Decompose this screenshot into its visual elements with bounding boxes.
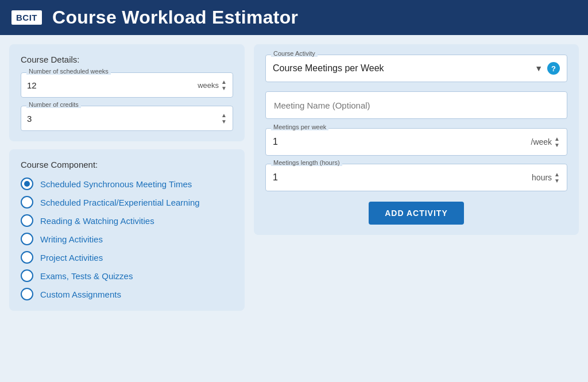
meetings-length-input[interactable] — [273, 172, 532, 183]
course-details-card: Course Details: Number of scheduled week… — [9, 44, 245, 141]
dropdown-arrow-icon[interactable]: ▼ — [535, 64, 543, 73]
radio-circle-4 — [21, 251, 33, 264]
bcit-logo: BCIT — [11, 10, 42, 25]
radio-label-4: Project Activities — [40, 253, 103, 263]
radio-label-1: Scheduled Practical/Experiential Learnin… — [40, 198, 200, 207]
radio-item-0[interactable]: Scheduled Synchronous Meeting Times — [21, 178, 233, 190]
course-activity-value: Course Meetings per Week — [273, 63, 535, 74]
credits-spinner[interactable]: ▲ ▼ — [221, 112, 227, 125]
credits-label: Number of credits — [26, 101, 81, 108]
radio-item-2[interactable]: Reading & Watching Activities — [21, 214, 233, 227]
radio-label-2: Reading & Watching Activities — [40, 216, 154, 226]
radio-item-6[interactable]: Custom Assignments — [21, 288, 233, 300]
add-activity-button[interactable]: ADD ACTIVITY — [369, 202, 463, 225]
radio-label-5: Exams, Tests & Quizzes — [40, 271, 133, 281]
app-header: BCIT Course Workload Estimator — [0, 0, 588, 35]
radio-item-1[interactable]: Scheduled Practical/Experiential Learnin… — [21, 196, 233, 209]
radio-item-4[interactable]: Project Activities — [21, 251, 233, 264]
radio-label-3: Writing Activities — [40, 234, 103, 244]
meetings-length-spinner[interactable]: ▲ ▼ — [554, 171, 560, 184]
meetings-per-week-suffix: /week ▲ ▼ — [531, 136, 560, 148]
radio-list: Scheduled Synchronous Meeting TimesSched… — [21, 178, 233, 300]
weeks-label: Number of scheduled weeks — [26, 68, 111, 75]
radio-item-3[interactable]: Writing Activities — [21, 233, 233, 245]
weeks-field-group: Number of scheduled weeks weeks ▲ ▼ — [21, 72, 233, 98]
help-icon[interactable]: ? — [547, 62, 560, 75]
meeting-name-input[interactable] — [274, 101, 559, 110]
course-component-title: Course Component: — [21, 160, 233, 169]
right-panel: Course Activity Course Meetings per Week… — [254, 44, 579, 311]
meeting-name-wrapper[interactable] — [265, 91, 567, 119]
weeks-input[interactable] — [27, 80, 198, 90]
course-activity-select[interactable]: Course Meetings per Week ▼ ? — [265, 55, 567, 82]
radio-circle-2 — [21, 214, 33, 227]
course-activity-wrapper: Course Activity Course Meetings per Week… — [265, 55, 567, 82]
meetings-length-wrapper: hours ▲ ▼ — [265, 164, 567, 191]
weeks-suffix: weeks ▲ ▼ — [198, 79, 227, 91]
radio-circle-0 — [21, 178, 33, 190]
radio-circle-6 — [21, 288, 33, 300]
meetings-per-week-input[interactable] — [273, 137, 531, 147]
main-content: Course Details: Number of scheduled week… — [0, 35, 588, 320]
radio-label-0: Scheduled Synchronous Meeting Times — [40, 179, 192, 189]
radio-circle-1 — [21, 196, 33, 209]
weeks-input-wrapper: weeks ▲ ▼ — [21, 72, 233, 98]
app-title: Course Workload Estimator — [52, 7, 298, 28]
meetings-length-label: Meetings length (hours) — [271, 159, 342, 166]
activity-card: Course Activity Course Meetings per Week… — [254, 44, 579, 235]
credits-input[interactable] — [27, 114, 221, 124]
radio-item-5[interactable]: Exams, Tests & Quizzes — [21, 269, 233, 282]
activity-select-icons: ▼ ? — [535, 62, 560, 75]
radio-inner-0 — [24, 181, 30, 187]
meetings-per-week-group: Meetings per week /week ▲ ▼ — [265, 128, 567, 156]
radio-circle-3 — [21, 233, 33, 245]
course-activity-label: Course Activity — [271, 50, 318, 57]
credits-suffix: ▲ ▼ — [221, 112, 227, 125]
meetings-per-week-label: Meetings per week — [271, 124, 328, 130]
meetings-length-group: Meetings length (hours) hours ▲ ▼ — [265, 164, 567, 191]
meetings-per-week-spinner[interactable]: ▲ ▼ — [554, 136, 560, 148]
credits-field-group: Number of credits ▲ ▼ — [21, 106, 233, 131]
meetings-per-week-wrapper: /week ▲ ▼ — [265, 128, 567, 156]
course-details-title: Course Details: — [21, 55, 233, 64]
radio-circle-5 — [21, 269, 33, 282]
credits-input-wrapper: ▲ ▼ — [21, 106, 233, 131]
weeks-spinner[interactable]: ▲ ▼ — [221, 79, 227, 91]
left-panel: Course Details: Number of scheduled week… — [9, 44, 245, 311]
radio-label-6: Custom Assignments — [40, 290, 121, 299]
meetings-length-suffix: hours ▲ ▼ — [532, 171, 560, 184]
course-component-card: Course Component: Scheduled Synchronous … — [9, 149, 245, 311]
